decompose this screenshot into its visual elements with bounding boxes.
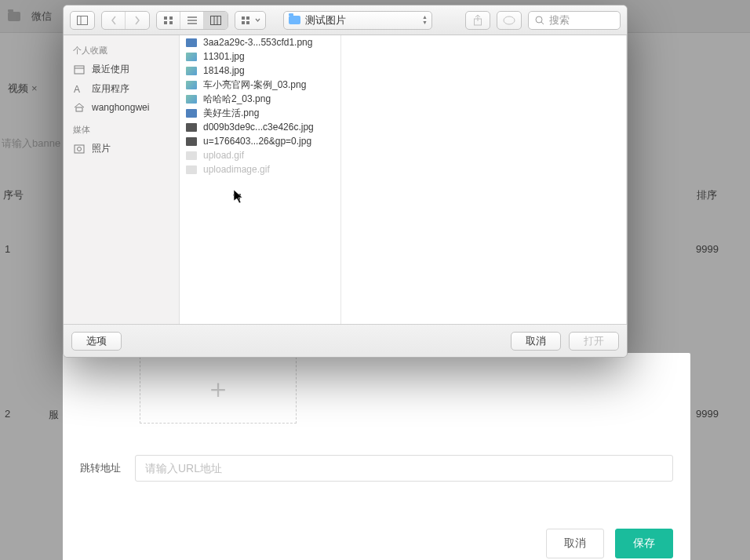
svg-rect-5 <box>169 21 173 24</box>
svg-point-26 <box>78 147 82 151</box>
plus-icon: ＋ <box>205 375 231 402</box>
tag-seg <box>497 11 522 30</box>
file-name: d009b3de9c...c3e426c.jpg <box>203 122 314 133</box>
svg-rect-21 <box>75 66 84 74</box>
share-button[interactable] <box>466 12 490 29</box>
file-thumb-icon <box>186 165 197 174</box>
jump-label: 跳转地址 <box>80 461 121 475</box>
view-icons-button[interactable] <box>157 12 180 29</box>
file-name: 11301.jpg <box>203 51 245 62</box>
group-seg <box>235 11 266 30</box>
svg-rect-4 <box>164 21 167 24</box>
dialog-open-button[interactable]: 打开 <box>569 332 619 351</box>
file-row[interactable]: d009b3de9c...c3e426c.jpg <box>180 120 340 134</box>
search-field[interactable]: 搜索 <box>528 11 621 30</box>
svg-rect-2 <box>164 16 167 20</box>
svg-rect-14 <box>242 21 245 24</box>
group-icon <box>241 16 253 25</box>
home-icon <box>73 102 86 113</box>
dialog-sidebar: 个人收藏 最近使用 A 应用程序 wanghongwei 媒体 照片 <box>64 35 180 324</box>
dialog-body: 个人收藏 最近使用 A 应用程序 wanghongwei 媒体 照片 3aa2a… <box>64 35 627 324</box>
svg-rect-9 <box>211 16 221 24</box>
svg-rect-13 <box>246 16 249 20</box>
sidebar-item-label: 应用程序 <box>92 82 129 96</box>
file-thumb-icon <box>186 109 197 118</box>
svg-rect-0 <box>78 16 88 24</box>
sidebar-item-apps[interactable]: A 应用程序 <box>64 79 179 99</box>
updown-icon: ▲▼ <box>422 14 428 25</box>
file-name: 3aa2a29c-3...553cfd1.png <box>203 37 312 48</box>
file-row[interactable]: 哈哈哈2_03.png <box>180 92 340 106</box>
svg-text:A: A <box>74 84 80 95</box>
search-placeholder: 搜索 <box>549 13 570 27</box>
file-row[interactable]: 3aa2a29c-3...553cfd1.png <box>180 35 340 49</box>
file-row: upload.gif <box>180 148 340 162</box>
file-thumb-icon <box>186 123 197 132</box>
svg-line-20 <box>541 22 544 24</box>
sidebar-item-photos[interactable]: 照片 <box>64 139 179 158</box>
group-by-button[interactable] <box>235 12 265 29</box>
svg-point-18 <box>504 16 515 24</box>
file-column-empty <box>341 35 627 324</box>
svg-rect-24 <box>76 107 82 111</box>
nav-back-button[interactable] <box>102 12 126 29</box>
file-thumb-icon <box>186 137 197 146</box>
chevron-right-icon <box>134 16 140 25</box>
sidebar-header-media: 媒体 <box>64 121 179 139</box>
options-button[interactable]: 选项 <box>71 332 122 351</box>
svg-rect-3 <box>169 16 173 20</box>
folder-icon <box>289 16 300 24</box>
file-row[interactable]: u=1766403...26&gp=0.jpg <box>180 134 340 148</box>
file-column[interactable]: 3aa2a29c-3...553cfd1.png11301.jpg18148.j… <box>180 35 341 324</box>
svg-rect-25 <box>75 145 84 153</box>
path-selector[interactable]: 测试图片 ▲▼ <box>283 11 432 30</box>
jump-row: 跳转地址 <box>63 455 690 482</box>
save-button[interactable]: 保存 <box>615 529 673 558</box>
photos-icon <box>73 144 86 155</box>
file-thumb-icon <box>186 53 197 61</box>
dialog-toolbar: 测试图片 ▲▼ 搜索 <box>64 5 627 35</box>
cancel-button[interactable]: 取消 <box>546 529 604 558</box>
front-panel: ＋ 跳转地址 取消 保存 <box>63 353 690 560</box>
tag-button[interactable] <box>497 12 521 29</box>
view-columns-button[interactable] <box>204 12 228 29</box>
file-name: upload.gif <box>203 150 244 161</box>
view-mode-seg <box>156 11 228 30</box>
nav-forward-button[interactable] <box>126 12 149 29</box>
svg-point-19 <box>536 16 542 23</box>
tag-icon <box>503 16 515 25</box>
file-row[interactable]: 18148.jpg <box>180 64 340 78</box>
jump-url-input[interactable] <box>135 455 673 482</box>
file-name: 车小亮官网-案例_03.png <box>203 78 306 92</box>
nav-seg <box>101 11 150 30</box>
file-row[interactable]: 11301.jpg <box>180 49 340 64</box>
file-row: uploadimage.gif <box>180 162 340 176</box>
share-seg <box>465 11 490 30</box>
file-row[interactable]: 美好生活.png <box>180 106 340 120</box>
file-name: u=1766403...26&gp=0.jpg <box>203 136 311 147</box>
file-thumb-icon <box>186 67 197 75</box>
list-icon <box>187 16 198 25</box>
sidebar-item-home[interactable]: wanghongwei <box>64 99 179 116</box>
file-thumb-icon <box>186 81 197 89</box>
share-icon <box>473 15 482 26</box>
chevron-down-icon <box>255 18 260 22</box>
sidebar-item-label: 照片 <box>92 142 111 155</box>
search-icon <box>535 16 544 25</box>
upload-dropzone[interactable]: ＋ <box>140 353 297 424</box>
sidebar-item-recent[interactable]: 最近使用 <box>64 60 179 79</box>
view-list-button[interactable] <box>180 12 204 29</box>
sidebar-item-label: 最近使用 <box>92 63 129 76</box>
file-row[interactable]: 车小亮官网-案例_03.png <box>180 78 340 92</box>
toggle-sidebar-button[interactable] <box>71 12 94 29</box>
file-name: 美好生活.png <box>203 107 259 120</box>
sidebar-header-favorites: 个人收藏 <box>64 42 179 60</box>
dialog-cancel-button[interactable]: 取消 <box>511 332 561 351</box>
apps-icon: A <box>73 84 86 95</box>
file-name: 哈哈哈2_03.png <box>203 93 271 106</box>
grid-icon <box>163 16 174 25</box>
svg-rect-15 <box>246 21 249 24</box>
dialog-footer: 选项 取消 打开 <box>64 324 627 357</box>
sidebar-toggle-seg <box>70 11 95 30</box>
sidebar-icon <box>77 16 88 25</box>
